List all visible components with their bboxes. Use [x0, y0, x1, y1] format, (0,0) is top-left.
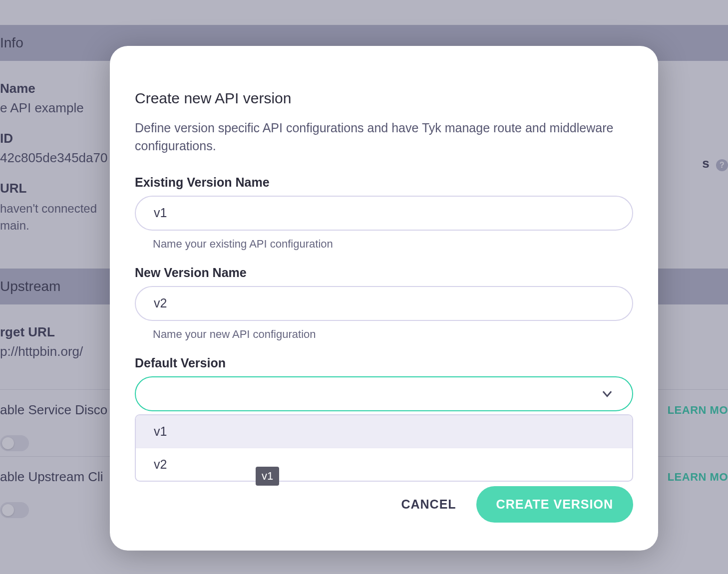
modal-title: Create new API version: [135, 90, 633, 107]
new-version-helper: Name your new API configuration: [153, 328, 633, 341]
default-version-select-wrap: v1 v2: [135, 376, 633, 411]
new-version-input[interactable]: [135, 286, 633, 321]
existing-version-input[interactable]: [135, 196, 633, 231]
existing-version-helper: Name your existing API configuration: [153, 238, 633, 251]
chevron-down-icon: [600, 387, 614, 401]
modal-actions: CANCEL CREATE VERSION: [135, 486, 633, 523]
create-version-button[interactable]: CREATE VERSION: [476, 486, 633, 523]
modal-description: Define version specific API configuratio…: [135, 119, 633, 155]
create-version-modal: Create new API version Define version sp…: [110, 46, 658, 551]
default-version-label: Default Version: [135, 356, 633, 370]
tooltip-badge: v1: [256, 467, 279, 486]
dropdown-option-v1[interactable]: v1: [136, 415, 632, 448]
cancel-button[interactable]: CANCEL: [401, 497, 456, 512]
default-version-dropdown: v1 v2: [135, 414, 633, 482]
dropdown-option-v2[interactable]: v2: [136, 448, 632, 481]
default-version-select[interactable]: [135, 376, 633, 411]
new-version-label: New Version Name: [135, 266, 633, 280]
existing-version-label: Existing Version Name: [135, 175, 633, 190]
